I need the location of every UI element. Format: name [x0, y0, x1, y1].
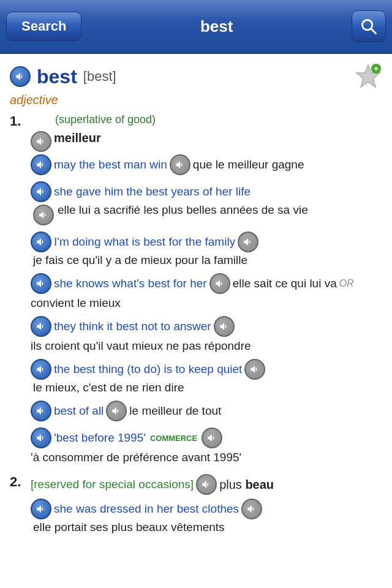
ex7-speaker-en[interactable] — [31, 401, 51, 421]
ex1-fr-text: que le meilleur gagne — [193, 158, 304, 172]
svg-line-1 — [371, 29, 376, 34]
ex4-or: OR — [339, 278, 354, 289]
speaker-icon — [201, 479, 212, 490]
def2-example-1-fr-row: elle portait ses plus beaux vêtements — [31, 521, 382, 534]
definition-2: 2. [reserved for special occasions] plus… — [10, 474, 382, 538]
ex6-speaker-en[interactable] — [31, 359, 51, 380]
word-header-left: best [best] — [10, 66, 116, 88]
speaker-icon — [36, 186, 47, 197]
def2-translation: plus beau — [219, 478, 274, 492]
app-header: Search best — [0, 0, 392, 54]
ex5-en-text: they think it best not to answer — [54, 320, 211, 333]
definition-1: 1. (superlative of good) meilleur — [10, 113, 382, 470]
ex5-speaker-en[interactable] — [31, 316, 51, 337]
ex1-speaker-fr[interactable] — [170, 154, 190, 175]
speaker-icon — [246, 503, 257, 514]
search-button[interactable]: Search — [6, 12, 81, 41]
speaker-icon — [36, 405, 47, 417]
speaker-icon — [36, 503, 47, 514]
speaker-icon — [249, 364, 260, 375]
def2-ex1-speaker-fr[interactable] — [241, 499, 262, 519]
ex6-en-text: the best thing (to do) is to keep quiet — [54, 363, 242, 376]
svg-text:+: + — [374, 64, 379, 74]
meilleur-speaker[interactable] — [31, 131, 51, 152]
example-5-en-row: they think it best not to answer ils cro… — [31, 316, 382, 353]
speaker-icon — [36, 278, 47, 289]
main-content: best [best] + adjective 1. (superlative … — [0, 54, 392, 588]
ex1-speaker-en[interactable] — [31, 154, 51, 175]
ex4-speaker-fr[interactable] — [209, 273, 230, 294]
speaker-icon — [36, 364, 47, 375]
content-wrapper: best [best] + adjective 1. (superlative … — [10, 62, 382, 538]
ex3-speaker-en[interactable] — [31, 232, 51, 252]
example-8: 'best before 1995' COMMERCE 'à consommer… — [31, 428, 382, 464]
speaker-icon — [214, 278, 225, 289]
example-2: she gave him the best years of her life … — [31, 181, 382, 225]
speaker-icon — [36, 159, 47, 170]
def2-label-row: [reserved for special occasions] plus be… — [31, 474, 382, 495]
word-speaker-button[interactable] — [10, 66, 31, 87]
word-header-row: best [best] + — [10, 62, 382, 91]
pos-label: adjective — [10, 93, 382, 107]
ex7-speaker-fr[interactable] — [106, 401, 127, 421]
def2-speaker[interactable] — [196, 474, 217, 495]
favorite-star[interactable]: + — [354, 62, 382, 91]
example-1-en-row: may the best man win que le meilleur gag… — [31, 154, 382, 175]
def2-example-1-en-row: she was dressed in her best clothes — [31, 499, 382, 519]
def-number-2: 2. — [10, 474, 28, 490]
def-number-1: 1. — [10, 113, 28, 129]
speaker-icon — [206, 432, 217, 443]
speaker-icon — [36, 432, 47, 443]
commerce-badge: COMMERCE — [150, 434, 197, 443]
ex3-speaker-fr[interactable] — [238, 232, 258, 252]
header-title: best — [81, 17, 352, 36]
ex6-speaker-fr[interactable] — [244, 359, 265, 380]
ex2-fr-text: elle lui a sacrifié les plus belles anné… — [58, 203, 308, 217]
ex2-en-text: she gave him the best years of her life — [54, 185, 251, 198]
ex5-speaker-fr[interactable] — [214, 316, 235, 337]
ex5-fr-text: ils croient qu'il vaut mieux ne pas répo… — [31, 339, 251, 353]
ex4-fr-part2: convient le mieux — [31, 296, 121, 310]
speaker-icon — [36, 136, 47, 147]
example-2-en-row: she gave him the best years of her life — [31, 181, 382, 202]
ex7-fr-text: le meilleur de tout — [129, 404, 221, 418]
search-icon-button[interactable] — [352, 10, 386, 42]
def2-ex1-en-text: she was dressed in her best clothes — [54, 502, 239, 516]
example-7: best of all le meilleur de tout — [31, 401, 382, 421]
def2-ex1-speaker-en[interactable] — [31, 499, 51, 519]
example-3-fr-row: je fais ce qu'il y a de mieux pour la fa… — [31, 254, 382, 267]
example-4-en-row: she knows what's best for her elle sait … — [31, 273, 382, 310]
ex1-en-text: may the best man win — [54, 158, 167, 172]
ex8-speaker-fr[interactable] — [202, 428, 222, 448]
example-5: they think it best not to answer ils cro… — [31, 316, 382, 353]
example-7-en-row: best of all le meilleur de tout — [31, 401, 382, 421]
example-4: she knows what's best for her elle sait … — [31, 273, 382, 310]
speaker-icon — [36, 236, 47, 247]
ex2-speaker-fr[interactable] — [33, 205, 54, 225]
example-8-en-row: 'best before 1995' COMMERCE 'à consommer… — [31, 428, 382, 464]
main-translation-row: meilleur — [31, 131, 382, 152]
speaker-icon — [175, 159, 186, 170]
speaker-icon — [15, 71, 26, 82]
ex8-fr-text: 'à consommer de préférence avant 1995' — [31, 451, 241, 464]
def-block-1: (superlative of good) meilleur — [31, 113, 382, 470]
ex3-fr-text: je fais ce qu'il y a de mieux pour la fa… — [33, 254, 247, 266]
speaker-icon — [243, 236, 254, 247]
ex4-speaker-en[interactable] — [31, 273, 51, 294]
ex4-fr-part1: elle sait ce qui lui va — [233, 277, 337, 290]
def2-ex1-fr-text: elle portait ses plus beaux vêtements — [33, 521, 225, 533]
def2-label: [reserved for special occasions] — [31, 478, 194, 491]
ex2-speaker-en[interactable] — [31, 181, 51, 202]
speaker-icon — [38, 209, 49, 221]
ex6-fr-text: le mieux, c'est de ne rien dire — [33, 381, 184, 394]
example-6-fr-row: le mieux, c'est de ne rien dire — [31, 381, 382, 394]
def2-example-1: she was dressed in her best clothes elle… — [31, 499, 382, 534]
example-1: may the best man win que le meilleur gag… — [31, 154, 382, 175]
main-translation-text: meilleur — [54, 131, 101, 145]
ex3-en-text: I'm doing what is best for the family — [54, 235, 235, 249]
superlative-label: (superlative of good) — [55, 113, 382, 126]
example-2-fr-row: elle lui a sacrifié les plus belles anné… — [31, 203, 382, 225]
example-3: I'm doing what is best for the family je… — [31, 232, 382, 267]
example-6: the best thing (to do) is to keep quiet … — [31, 359, 382, 394]
ex8-speaker-en[interactable] — [31, 428, 51, 448]
